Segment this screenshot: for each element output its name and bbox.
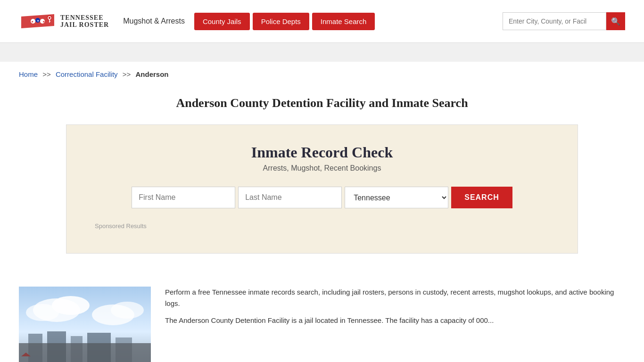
svg-point-14 xyxy=(26,304,59,321)
sub-header-band xyxy=(0,43,644,62)
page-title: Anderson County Detention Facility and I… xyxy=(19,96,625,110)
svg-rect-17 xyxy=(19,343,151,362)
bottom-para-2: The Anderson County Detention Facility i… xyxy=(165,315,625,326)
svg-rect-11 xyxy=(19,287,151,362)
facility-thumbnail xyxy=(19,287,151,362)
inmate-record-box: Inmate Record Check Arrests, Mugshot, Re… xyxy=(66,124,578,254)
svg-rect-18 xyxy=(28,334,42,362)
inmate-search-submit-button[interactable]: SEARCH xyxy=(451,187,512,208)
logo-jail-roster: JAIL ROSTER xyxy=(60,21,109,28)
svg-rect-21 xyxy=(87,333,111,362)
header-search-area: 🔍 xyxy=(503,12,625,30)
svg-point-16 xyxy=(111,302,144,319)
svg-rect-20 xyxy=(71,336,83,362)
logo-area[interactable]: ★ ★ ★ TENNESSEE JAIL ROSTER xyxy=(19,5,109,38)
bottom-para-1: Perform a free Tennessee inmate records … xyxy=(165,287,625,309)
search-icon: 🔍 xyxy=(611,17,620,26)
header-search-input[interactable] xyxy=(503,12,606,30)
svg-text:★: ★ xyxy=(42,20,45,23)
bottom-description: Perform a free Tennessee inmate records … xyxy=(165,287,625,332)
svg-rect-19 xyxy=(47,331,66,362)
breadcrumb-current: Anderson xyxy=(135,70,168,78)
first-name-input[interactable] xyxy=(132,187,235,208)
breadcrumb: Home >> Correctional Facility >> Anderso… xyxy=(19,70,169,78)
svg-text:★: ★ xyxy=(37,19,39,22)
svg-marker-23 xyxy=(21,353,31,356)
state-select[interactable]: Tennessee Alabama Alaska Arizona Arkansa… xyxy=(345,187,448,208)
breadcrumb-sep1: >> xyxy=(42,70,51,78)
inmate-record-subtitle: Arrests, Mugshot, Recent Bookings xyxy=(95,164,549,173)
inmate-search-form: Tennessee Alabama Alaska Arizona Arkansa… xyxy=(95,187,549,208)
header-search-button[interactable]: 🔍 xyxy=(606,12,625,30)
inmate-search-button[interactable]: Inmate Search xyxy=(312,13,375,30)
bottom-section: Perform a free Tennessee inmate records … xyxy=(0,272,644,362)
breadcrumb-sep2: >> xyxy=(123,70,131,78)
logo-text: TENNESSEE JAIL ROSTER xyxy=(60,14,109,29)
header-nav: Mugshot & Arrests County Jails Police De… xyxy=(123,13,488,30)
breadcrumb-home[interactable]: Home xyxy=(19,70,38,78)
main-content: Inmate Record Check Arrests, Mugshot, Re… xyxy=(0,124,644,272)
svg-rect-22 xyxy=(116,337,132,362)
site-header: ★ ★ ★ TENNESSEE JAIL ROSTER Mugshot & Ar… xyxy=(0,0,644,43)
logo-tennessee: TENNESSEE xyxy=(60,14,109,21)
last-name-input[interactable] xyxy=(238,187,342,208)
inmate-record-title: Inmate Record Check xyxy=(95,144,549,161)
breadcrumb-section: Home >> Correctional Facility >> Anderso… xyxy=(0,62,644,87)
state-logo-icon: ★ ★ ★ xyxy=(19,5,57,38)
svg-text:★: ★ xyxy=(31,20,33,23)
police-depts-button[interactable]: Police Depts xyxy=(253,13,309,30)
county-jails-button[interactable]: County Jails xyxy=(194,13,250,30)
page-title-section: Anderson County Detention Facility and I… xyxy=(0,87,644,124)
breadcrumb-correctional-facility[interactable]: Correctional Facility xyxy=(56,70,118,78)
sponsored-results-label: Sponsored Results xyxy=(95,222,549,230)
mugshot-arrests-link[interactable]: Mugshot & Arrests xyxy=(123,17,185,25)
nav-buttons: County Jails Police Depts Inmate Search xyxy=(194,13,375,30)
